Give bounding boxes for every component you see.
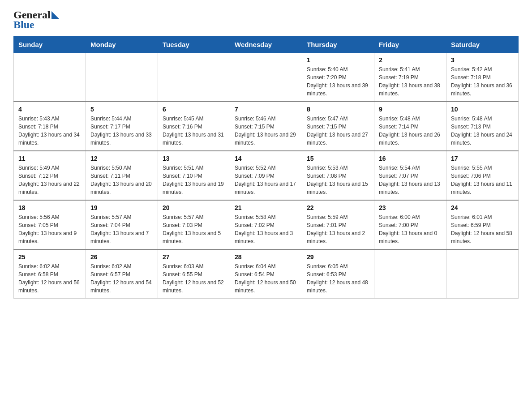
calendar-day-cell: 9Sunrise: 5:48 AMSunset: 7:14 PMDaylight… [374, 102, 446, 151]
day-number: 11 [18, 155, 81, 162]
calendar-day-cell: 17Sunrise: 5:55 AMSunset: 7:06 PMDayligh… [446, 151, 519, 200]
day-number: 29 [307, 253, 369, 261]
calendar-day-cell: 18Sunrise: 5:56 AMSunset: 7:05 PMDayligh… [14, 200, 86, 249]
calendar-day-header: Monday [86, 36, 158, 52]
day-info: Sunrise: 5:43 AMSunset: 7:18 PMDaylight:… [18, 115, 81, 147]
calendar-day-cell: 6Sunrise: 5:45 AMSunset: 7:16 PMDaylight… [158, 102, 230, 151]
calendar-day-cell: 23Sunrise: 6:00 AMSunset: 7:00 PMDayligh… [374, 200, 446, 249]
day-info: Sunrise: 5:41 AMSunset: 7:19 PMDaylight:… [379, 65, 442, 98]
calendar-day-cell: 3Sunrise: 5:42 AMSunset: 7:18 PMDaylight… [446, 52, 519, 102]
day-number: 7 [235, 106, 297, 113]
calendar-day-cell: 15Sunrise: 5:53 AMSunset: 7:08 PMDayligh… [302, 151, 374, 200]
calendar-day-cell: 12Sunrise: 5:50 AMSunset: 7:11 PMDayligh… [86, 151, 158, 200]
calendar-day-cell: 19Sunrise: 5:57 AMSunset: 7:04 PMDayligh… [86, 200, 158, 249]
day-info: Sunrise: 5:55 AMSunset: 7:06 PMDaylight:… [451, 164, 514, 196]
day-info: Sunrise: 6:02 AMSunset: 6:57 PMDaylight:… [90, 262, 153, 295]
day-info: Sunrise: 5:54 AMSunset: 7:07 PMDaylight:… [379, 164, 442, 196]
calendar-day-cell: 10Sunrise: 5:48 AMSunset: 7:13 PMDayligh… [446, 102, 519, 151]
calendar-day-cell: 4Sunrise: 5:43 AMSunset: 7:18 PMDaylight… [14, 102, 86, 151]
day-info: Sunrise: 5:58 AMSunset: 7:02 PMDaylight:… [235, 213, 297, 245]
calendar-week-row: 4Sunrise: 5:43 AMSunset: 7:18 PMDaylight… [14, 102, 519, 151]
day-number: 16 [379, 155, 442, 162]
day-number: 12 [90, 155, 153, 162]
calendar-day-cell: 25Sunrise: 6:02 AMSunset: 6:58 PMDayligh… [14, 249, 86, 299]
day-number: 5 [90, 106, 153, 113]
calendar-day-header: Thursday [302, 36, 374, 52]
day-info: Sunrise: 5:51 AMSunset: 7:10 PMDaylight:… [163, 164, 225, 196]
calendar-day-header: Tuesday [158, 36, 230, 52]
calendar-day-cell: 20Sunrise: 5:57 AMSunset: 7:03 PMDayligh… [158, 200, 230, 249]
calendar-day-cell: 11Sunrise: 5:49 AMSunset: 7:12 PMDayligh… [14, 151, 86, 200]
day-number: 26 [90, 253, 153, 261]
calendar-day-header: Saturday [446, 36, 519, 52]
calendar-day-cell: 8Sunrise: 5:47 AMSunset: 7:15 PMDaylight… [302, 102, 374, 151]
day-info: Sunrise: 5:49 AMSunset: 7:12 PMDaylight:… [18, 164, 81, 196]
day-info: Sunrise: 5:46 AMSunset: 7:15 PMDaylight:… [235, 115, 297, 147]
calendar-day-cell: 13Sunrise: 5:51 AMSunset: 7:10 PMDayligh… [158, 151, 230, 200]
day-number: 10 [451, 106, 514, 113]
calendar-week-row: 25Sunrise: 6:02 AMSunset: 6:58 PMDayligh… [14, 249, 519, 299]
logo-triangle-icon [51, 11, 60, 19]
day-info: Sunrise: 5:59 AMSunset: 7:01 PMDaylight:… [307, 213, 369, 245]
calendar-day-cell: 7Sunrise: 5:46 AMSunset: 7:15 PMDaylight… [230, 102, 302, 151]
day-number: 17 [451, 155, 514, 162]
calendar-day-cell [374, 249, 446, 299]
day-number: 13 [163, 155, 225, 162]
calendar-week-row: 1Sunrise: 5:40 AMSunset: 7:20 PMDaylight… [14, 52, 519, 102]
calendar-day-cell: 1Sunrise: 5:40 AMSunset: 7:20 PMDaylight… [302, 52, 374, 102]
day-info: Sunrise: 5:57 AMSunset: 7:03 PMDaylight:… [163, 213, 225, 245]
day-number: 6 [163, 106, 225, 113]
day-info: Sunrise: 5:42 AMSunset: 7:18 PMDaylight:… [451, 65, 514, 98]
day-info: Sunrise: 6:00 AMSunset: 7:00 PMDaylight:… [379, 213, 442, 245]
day-info: Sunrise: 5:52 AMSunset: 7:09 PMDaylight:… [235, 164, 297, 196]
day-info: Sunrise: 6:01 AMSunset: 6:59 PMDaylight:… [451, 213, 514, 245]
day-info: Sunrise: 5:48 AMSunset: 7:13 PMDaylight:… [451, 115, 514, 147]
calendar-day-cell: 27Sunrise: 6:03 AMSunset: 6:55 PMDayligh… [158, 249, 230, 299]
logo: General Blue [13, 9, 60, 31]
day-info: Sunrise: 6:05 AMSunset: 6:53 PMDaylight:… [307, 262, 369, 295]
day-number: 3 [451, 56, 514, 64]
calendar-day-cell: 24Sunrise: 6:01 AMSunset: 6:59 PMDayligh… [446, 200, 519, 249]
day-number: 2 [379, 56, 442, 64]
day-info: Sunrise: 5:57 AMSunset: 7:04 PMDaylight:… [90, 213, 153, 245]
day-info: Sunrise: 5:47 AMSunset: 7:15 PMDaylight:… [307, 115, 369, 147]
day-info: Sunrise: 5:53 AMSunset: 7:08 PMDaylight:… [307, 164, 369, 196]
logo-blue-text: Blue [13, 19, 34, 30]
calendar-day-header: Friday [374, 36, 446, 52]
calendar-day-cell [230, 52, 302, 102]
calendar-header-row: SundayMondayTuesdayWednesdayThursdayFrid… [14, 36, 519, 52]
day-number: 22 [307, 204, 369, 211]
day-number: 18 [18, 204, 81, 211]
calendar-day-cell: 29Sunrise: 6:05 AMSunset: 6:53 PMDayligh… [302, 249, 374, 299]
day-number: 25 [18, 253, 81, 261]
day-info: Sunrise: 5:50 AMSunset: 7:11 PMDaylight:… [90, 164, 153, 196]
day-number: 8 [307, 106, 369, 113]
day-info: Sunrise: 5:45 AMSunset: 7:16 PMDaylight:… [163, 115, 225, 147]
svg-marker-0 [51, 11, 60, 19]
day-number: 21 [235, 204, 297, 211]
day-number: 4 [18, 106, 81, 113]
calendar-day-cell: 28Sunrise: 6:04 AMSunset: 6:54 PMDayligh… [230, 249, 302, 299]
calendar-day-cell [158, 52, 230, 102]
day-info: Sunrise: 5:40 AMSunset: 7:20 PMDaylight:… [307, 65, 369, 98]
calendar-week-row: 18Sunrise: 5:56 AMSunset: 7:05 PMDayligh… [14, 200, 519, 249]
day-info: Sunrise: 6:02 AMSunset: 6:58 PMDaylight:… [18, 262, 81, 295]
day-number: 23 [379, 204, 442, 211]
day-number: 28 [235, 253, 297, 261]
calendar-day-header: Wednesday [230, 36, 302, 52]
calendar-day-cell: 5Sunrise: 5:44 AMSunset: 7:17 PMDaylight… [86, 102, 158, 151]
day-number: 20 [163, 204, 225, 211]
day-info: Sunrise: 5:56 AMSunset: 7:05 PMDaylight:… [18, 213, 81, 245]
day-number: 1 [307, 56, 369, 64]
day-number: 27 [163, 253, 225, 261]
calendar-day-cell: 22Sunrise: 5:59 AMSunset: 7:01 PMDayligh… [302, 200, 374, 249]
day-number: 19 [90, 204, 153, 211]
calendar-day-cell: 2Sunrise: 5:41 AMSunset: 7:19 PMDaylight… [374, 52, 446, 102]
calendar-week-row: 11Sunrise: 5:49 AMSunset: 7:12 PMDayligh… [14, 151, 519, 200]
calendar-day-cell: 16Sunrise: 5:54 AMSunset: 7:07 PMDayligh… [374, 151, 446, 200]
day-info: Sunrise: 5:44 AMSunset: 7:17 PMDaylight:… [90, 115, 153, 147]
calendar-day-cell: 21Sunrise: 5:58 AMSunset: 7:02 PMDayligh… [230, 200, 302, 249]
calendar-day-cell [14, 52, 86, 102]
calendar-day-header: Sunday [14, 36, 86, 52]
day-number: 24 [451, 204, 514, 211]
